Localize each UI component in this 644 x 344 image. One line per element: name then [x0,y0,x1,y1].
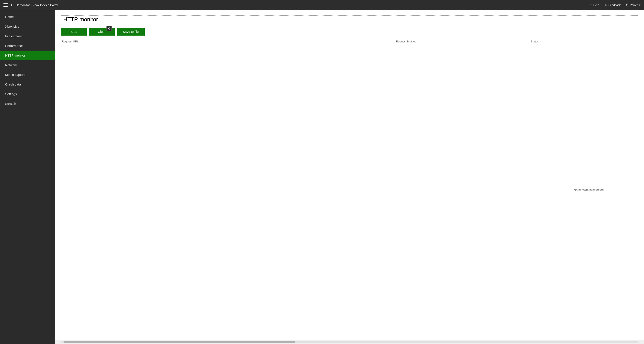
sidebar-collapse-button[interactable]: ❮ [106,26,112,31]
power-label: Power [630,3,638,7]
scroll-right-arrow[interactable]: › [638,341,640,343]
feedback-icon: ☺ [604,3,607,7]
column-status: Status [530,40,638,43]
topbar-title: HTTP monitor - Xbox Device Portal [11,3,590,7]
content-inner: HTTP monitor Stop Clear Save to file Req… [55,10,644,340]
table-header: Request URL Request Method Status [61,40,638,45]
help-icon: ? [590,3,592,7]
content-area: HTTP monitor Stop Clear Save to file Req… [55,10,644,344]
power-icon: ⏻ [626,3,628,7]
sidebar-item-network[interactable]: Network [0,60,55,70]
table-body: No session is selected [61,45,638,335]
sidebar-item-xbox-live[interactable]: Xbox Live [0,22,55,31]
sidebar-item-settings[interactable]: Settings [0,89,55,99]
sidebar-item-scratch[interactable]: Scratch [0,99,55,108]
menu-icon[interactable] [4,3,8,7]
topbar: HTTP monitor - Xbox Device Portal ? Help… [0,0,644,10]
sidebar-item-performance[interactable]: Performance [0,41,55,51]
scrollbar-track[interactable] [61,341,638,343]
page-title: HTTP monitor [61,15,638,23]
power-button[interactable]: ⏻ Power ▾ [626,3,640,7]
help-label: Help [593,3,599,7]
feedback-button[interactable]: ☺ Feedback [604,3,620,7]
sidebar: HomeXbox LiveFile explorerPerformanceHTT… [0,10,55,344]
sidebar-item-file-explorer[interactable]: File explorer [0,31,55,41]
sidebar-nav: HomeXbox LiveFile explorerPerformanceHTT… [0,10,55,108]
main-layout: HomeXbox LiveFile explorerPerformanceHTT… [0,10,644,344]
no-session-message: No session is selected [574,188,604,192]
sidebar-item-home[interactable]: Home [0,12,55,22]
topbar-right: ? Help ☺ Feedback ⏻ Power ▾ [590,3,640,7]
toolbar: Stop Clear Save to file [61,28,638,36]
column-request-url: Request URL [61,40,395,43]
help-button[interactable]: ? Help [590,3,599,7]
feedback-label: Feedback [608,3,620,7]
horizontal-scrollbar[interactable]: ‹ › [55,340,644,344]
sidebar-item-crash-data[interactable]: Crash data [0,80,55,89]
column-request-method: Request Method [395,40,530,43]
sidebar-item-media-capture[interactable]: Media capture [0,70,55,80]
sidebar-item-http-monitor[interactable]: HTTP monitor [0,51,55,60]
scroll-left-arrow[interactable]: ‹ [58,341,61,343]
save-to-file-button[interactable]: Save to file [117,28,145,36]
stop-button[interactable]: Stop [61,28,87,36]
scrollbar-thumb[interactable] [64,341,295,343]
power-chevron-icon: ▾ [639,3,640,7]
